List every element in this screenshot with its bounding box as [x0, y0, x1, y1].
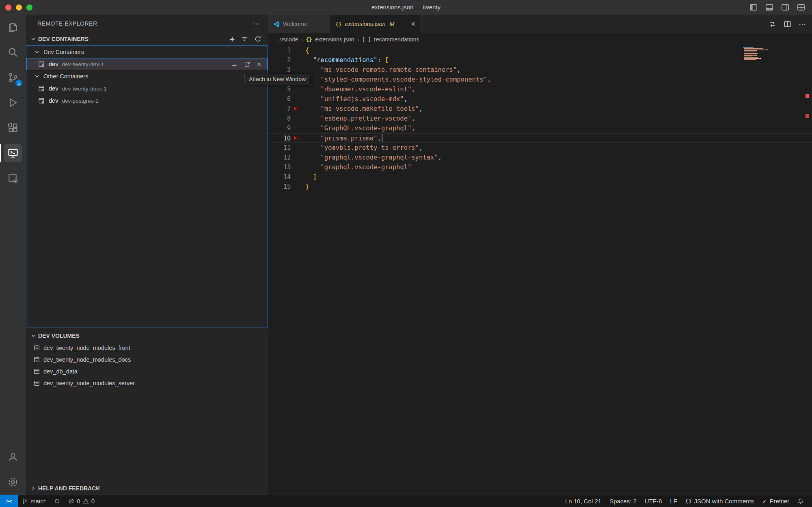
volume-item[interactable]: dev_twenty_node_modules_server	[26, 377, 268, 389]
remote-explorer-icon	[4, 144, 22, 162]
line-number[interactable]: 13	[268, 162, 291, 172]
line-number[interactable]: 8	[268, 114, 291, 123]
activity-bar-item-extensions[interactable]	[0, 115, 26, 140]
json-file-icon: {}	[306, 37, 312, 43]
encoding-status[interactable]: UTF-8	[641, 495, 666, 507]
toggle-secondary-sidebar-icon[interactable]	[781, 3, 790, 11]
sync-button[interactable]	[50, 495, 64, 507]
code-line-11[interactable]: 11 "yoavbls.pretty-ts-errors",	[268, 143, 812, 153]
line-number[interactable]: 7	[268, 104, 291, 114]
refresh-icon[interactable]	[254, 35, 261, 43]
gutter-glyph-margin	[291, 153, 305, 162]
breadcrumb-file[interactable]: extensions.json	[315, 36, 354, 43]
code-line-15[interactable]: 15}	[268, 182, 812, 192]
breadcrumb-symbol[interactable]: recommendations	[374, 36, 419, 43]
remote-indicator[interactable]: ><	[0, 495, 18, 507]
line-number[interactable]: 3	[268, 65, 291, 75]
breadcrumb-folder[interactable]: .vscode	[279, 36, 298, 43]
toggle-primary-sidebar-icon[interactable]	[749, 3, 758, 11]
formatter-status[interactable]: ✓ Prettier	[758, 495, 793, 507]
tree-group-dev-containers[interactable]: Dev Containers	[26, 46, 268, 58]
activity-bar-item-source-control[interactable]: 1	[0, 65, 26, 90]
container-icon	[38, 85, 45, 92]
activity-bar-item-settings[interactable]	[0, 470, 26, 495]
open-changes-icon[interactable]	[769, 20, 776, 28]
fullscreen-window-button[interactable]	[26, 4, 32, 11]
code-line-text: "ms-vscode-remote.remote-containers",	[305, 65, 461, 75]
line-number[interactable]: 10	[268, 134, 291, 142]
line-number[interactable]: 14	[268, 172, 291, 182]
more-actions-icon[interactable]: ⋯	[799, 20, 806, 28]
code-line-2[interactable]: 2 "recommendations": [	[268, 55, 812, 65]
add-container-icon[interactable]: +	[230, 35, 235, 43]
eol-status[interactable]: LF	[666, 495, 681, 507]
line-number[interactable]: 1	[268, 45, 291, 55]
section-header-help-and-feedback[interactable]: HELP AND FEEDBACK	[26, 481, 268, 495]
activity-bar-item-explorer[interactable]	[0, 15, 26, 40]
language-mode-status[interactable]: {} JSON with Comments	[681, 495, 758, 507]
split-editor-icon[interactable]	[784, 20, 791, 28]
line-number[interactable]: 15	[268, 182, 291, 192]
activity-bar-item-accounts[interactable]	[0, 444, 26, 470]
container-item-dev-twenty-dev-1[interactable]: dev dev-twenty-dev-1 → ×	[26, 58, 268, 70]
code-line-4[interactable]: 4 "styled-components.vscode-styled-compo…	[268, 75, 812, 84]
gear-icon	[4, 473, 22, 491]
section-header-dev-volumes[interactable]: DEV VOLUMES	[26, 330, 268, 342]
attach-in-new-window-icon[interactable]	[244, 61, 251, 68]
customize-layout-icon[interactable]	[797, 3, 806, 11]
problems-status[interactable]: 0 0	[64, 495, 99, 507]
code-line-1[interactable]: 1{	[268, 45, 812, 55]
minimap[interactable]	[742, 46, 806, 62]
volume-item[interactable]: dev_twenty_node_modules_front	[26, 342, 268, 354]
container-gear-icon	[4, 169, 22, 187]
sidebar-remote-explorer: REMOTE EXPLORER ⋯ DEV CONTAINERS +	[26, 15, 268, 495]
volume-item[interactable]: dev_twenty_node_modules_docs	[26, 354, 268, 365]
code-line-5[interactable]: 5 "dbaeumer.vscode-eslint",	[268, 84, 812, 94]
activity-bar-item-remote-explorer[interactable]	[0, 140, 26, 166]
line-number[interactable]: 6	[268, 94, 291, 104]
chevron-down-icon	[34, 49, 40, 55]
line-number[interactable]: 2	[268, 55, 291, 65]
code-editor[interactable]: 1{2 "recommendations": [3 "ms-vscode-rem…	[268, 45, 812, 495]
notifications-button[interactable]	[793, 495, 808, 507]
tree-group-other-containers[interactable]: Other Containers	[26, 70, 268, 82]
activity-bar-item-search[interactable]	[0, 40, 26, 65]
line-number[interactable]: 11	[268, 143, 291, 153]
toggle-panel-icon[interactable]	[765, 3, 774, 11]
line-number[interactable]: 12	[268, 153, 291, 162]
code-line-13[interactable]: 13 "graphql.vscode-graphql"	[268, 162, 812, 172]
container-item-dev-twenty-docs-1[interactable]: dev dev-twenty-docs-1	[26, 82, 268, 95]
attach-container-icon[interactable]: →	[231, 61, 238, 68]
activity-bar-item-dev-containers[interactable]	[0, 166, 26, 191]
section-header-dev-containers[interactable]: DEV CONTAINERS +	[26, 32, 268, 45]
code-line-12[interactable]: 12 "graphql.vscode-graphql-syntax",	[268, 153, 812, 162]
cursor-position-status[interactable]: Ln 10, Col 21	[561, 495, 605, 507]
tab-welcome[interactable]: Welcome	[268, 15, 330, 33]
close-tab-icon[interactable]: ×	[411, 20, 415, 28]
macos-window-controls	[5, 4, 32, 11]
code-line-9[interactable]: 9 "GraphQL.vscode-graphql",	[268, 123, 812, 133]
container-item-dev-postgres-1[interactable]: dev dev-postgres-1	[26, 95, 268, 107]
branch-status[interactable]: main*	[18, 495, 50, 507]
activity-bar-item-run-debug[interactable]	[0, 90, 26, 115]
volume-item[interactable]: dev_db_data	[26, 365, 268, 377]
code-line-6[interactable]: 6 "unifiedjs.vscode-mdx",	[268, 94, 812, 104]
chevron-down-icon	[34, 73, 40, 80]
more-actions-icon[interactable]: ⋯	[253, 20, 261, 28]
container-icon	[38, 97, 45, 104]
filter-icon[interactable]	[241, 35, 248, 43]
code-line-8[interactable]: 8 "esbenp.prettier-vscode",	[268, 114, 812, 123]
minimize-window-button[interactable]	[16, 4, 22, 11]
code-line-14[interactable]: 14 ]	[268, 172, 812, 182]
stop-container-icon[interactable]: ×	[257, 61, 261, 68]
error-icon	[68, 498, 74, 504]
tab-extensions-json[interactable]: {} extensions.json M ×	[330, 15, 421, 33]
line-number[interactable]: 5	[268, 84, 291, 94]
indentation-status[interactable]: Spaces: 2	[605, 495, 641, 507]
editor-group: Welcome {} extensions.json M × ⋯	[268, 15, 812, 495]
code-line-3[interactable]: 3 "ms-vscode-remote.remote-containers",	[268, 65, 812, 75]
code-line-10[interactable]: 10 "prisma.prisma",	[268, 133, 812, 143]
line-number[interactable]: 9	[268, 123, 291, 133]
code-line-7[interactable]: 7 "ms-vscode.makefile-tools",	[268, 104, 812, 114]
close-window-button[interactable]	[5, 4, 11, 11]
